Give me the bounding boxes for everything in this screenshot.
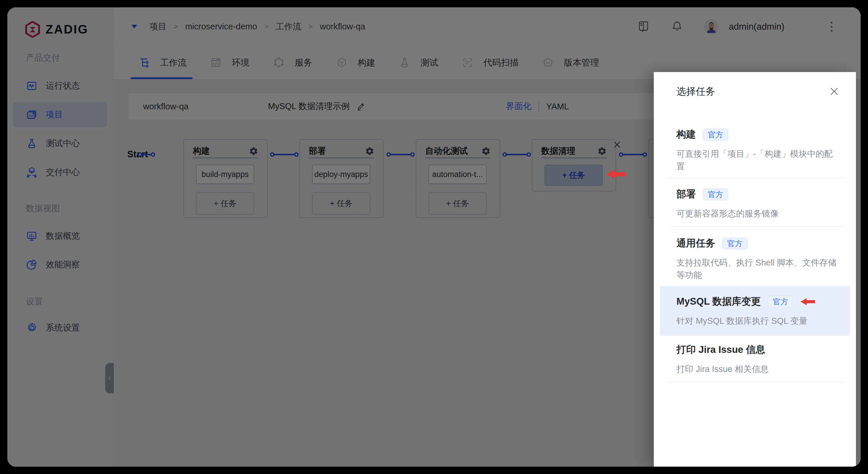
task-option-mysql[interactable]: MySQL 数据库变更 官方 针对 MySQL 数据库执行 SQL 变量 — [676, 295, 841, 327]
drawer-divider — [668, 381, 845, 382]
task-option-generic[interactable]: 通用任务 官方 支持拉取代码、执行 Shell 脚本、文件存储等功能 — [676, 237, 841, 281]
task-option-desc: 打印 Jira Issue 相关信息 — [676, 363, 841, 375]
drawer-divider — [668, 178, 845, 178]
task-option-desc: 可更新容器形态的服务镜像 — [676, 207, 841, 220]
app-window: ZADIG 产品交付 运行状态 PM 项目 — [7, 7, 861, 467]
official-badge: 官方 — [722, 238, 747, 249]
drawer-title: 选择任务 — [676, 85, 715, 98]
select-task-drawer: 选择任务 构建 官方 可直接引用「项目」-「构建」模块中的配置 部署 官方 可更… — [654, 72, 856, 467]
task-option-title: 通用任务 — [676, 237, 715, 250]
task-option-desc: 针对 MySQL 数据库执行 SQL 变量 — [676, 315, 841, 327]
task-option-build[interactable]: 构建 官方 可直接引用「项目」-「构建」模块中的配置 — [676, 128, 841, 172]
task-option-title: MySQL 数据库变更 — [676, 295, 761, 308]
official-badge: 官方 — [768, 296, 793, 307]
annotation-arrow-mysql — [800, 298, 815, 306]
task-option-title: 部署 — [676, 187, 696, 201]
task-option-title: 打印 Jira Issue 信息 — [676, 343, 766, 356]
task-option-title: 构建 — [676, 128, 696, 141]
official-badge: 官方 — [703, 188, 728, 200]
task-option-deploy[interactable]: 部署 官方 可更新容器形态的服务镜像 — [676, 187, 841, 220]
official-badge: 官方 — [703, 129, 728, 141]
task-option-desc: 支持拉取代码、执行 Shell 脚本、文件存储等功能 — [676, 257, 841, 281]
annotation-arrow-add-task — [606, 169, 626, 180]
task-option-desc: 可直接引用「项目」-「构建」模块中的配置 — [676, 148, 841, 172]
task-option-jira[interactable]: 打印 Jira Issue 信息 打印 Jira Issue 相关信息 — [676, 343, 841, 375]
screenshot-frame: ZADIG 产品交付 运行状态 PM 项目 — [0, 0, 868, 474]
drawer-close-icon[interactable] — [829, 86, 839, 97]
